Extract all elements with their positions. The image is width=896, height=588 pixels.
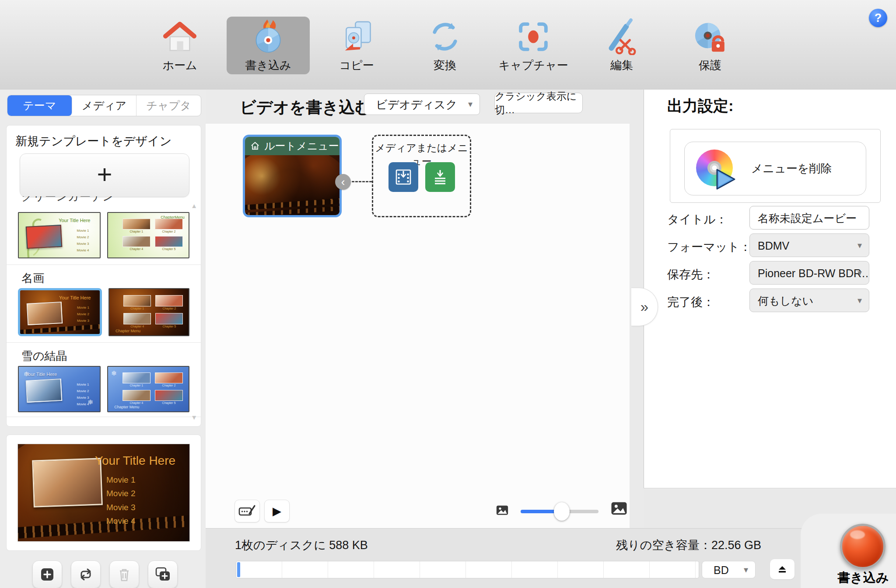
root-menu-label: ルートメニュー xyxy=(264,139,339,153)
chevron-down-icon: ▾ xyxy=(744,561,748,578)
add-template-button[interactable]: + xyxy=(20,153,189,197)
sidebar: テーマ メディア チャプタ 新規テンプレートをデザイン + グリーンガーデン ▲ xyxy=(0,90,206,588)
classic-view-button[interactable]: クラシック表示に切… xyxy=(494,93,583,113)
media-or-menu-drop-zone[interactable]: メディアまたはメニュー xyxy=(372,135,471,217)
toolbar-items: ホーム 書き込み xyxy=(138,17,752,74)
collapse-branch-button[interactable]: ‹ xyxy=(335,174,351,190)
template-thumb-meiga-chapter[interactable]: Chapter 1 Chapter 2 Chapter 4 Chapter 5 … xyxy=(108,288,190,336)
add-menu-level-button[interactable] xyxy=(425,162,455,192)
free-space-status: 残りの空き容量：22.56 GB xyxy=(616,537,761,553)
remote-edit-icon xyxy=(238,504,256,518)
chapter-grid: Chapter 1 Chapter 2 Chapter 4 Chapter 5 xyxy=(122,372,183,406)
toolbar-item-label: 保護 xyxy=(699,58,721,73)
tab-theme[interactable]: テーマ xyxy=(7,95,72,116)
toolbar-item-copy[interactable]: コピー xyxy=(315,17,398,74)
root-menu-card[interactable]: ルートメニュー xyxy=(243,135,342,217)
eject-button[interactable] xyxy=(770,559,794,579)
remote-control-button[interactable] xyxy=(234,500,260,522)
disc-type-dropdown[interactable]: ビデオディスク ▾ xyxy=(364,94,480,115)
burn-record-button[interactable] xyxy=(840,524,886,569)
disc-usage-status: 1枚のディスクに 588 KB xyxy=(235,537,368,553)
template-thumb-snow-title[interactable]: ❄ ❄ Your Title Here Movie 1Movie 2Movie … xyxy=(18,366,101,412)
toolbar-item-home[interactable]: ホーム xyxy=(138,17,221,74)
toolbar-item-capture[interactable]: キャプチャー xyxy=(492,17,575,74)
plus-icon: + xyxy=(97,159,112,189)
divider xyxy=(7,417,201,417)
thumb-title: Your Title Here xyxy=(53,218,95,223)
loop-icon xyxy=(78,567,94,582)
toolbar-item-edit[interactable]: 編集 xyxy=(580,17,663,74)
thumb-movie-list: Movie 1Movie 2Movie 3Movie 4 xyxy=(77,227,89,254)
scroll-up-icon[interactable]: ▲ xyxy=(191,202,197,209)
after-completion-select[interactable]: 何もしない ▾ xyxy=(749,289,869,312)
loop-playback-button[interactable] xyxy=(71,560,101,588)
toolbar-item-protect[interactable]: 保護 xyxy=(668,17,752,74)
thumb-menu-label: Chapter Menu xyxy=(116,329,140,333)
trash-icon xyxy=(116,567,132,582)
help-button[interactable]: ? xyxy=(869,9,887,27)
toolbar-item-label: 編集 xyxy=(610,58,633,73)
after-completion-value: 何もしない xyxy=(758,295,813,307)
duplicate-button[interactable] xyxy=(148,560,178,588)
thumb-photo xyxy=(25,224,62,248)
chevron-down-icon: ▾ xyxy=(858,289,862,312)
template-group-row: Your Title Here Movie 1Movie 2Movie 3Mov… xyxy=(18,212,189,258)
delete-template-button[interactable] xyxy=(109,560,139,588)
protect-icon xyxy=(692,18,728,55)
chevron-down-icon: ▾ xyxy=(858,234,862,257)
title-input[interactable]: 名称未設定ムービー xyxy=(749,206,869,230)
output-settings-heading: 出力設定: xyxy=(667,96,734,116)
slider-fill xyxy=(521,510,556,513)
copy-icon xyxy=(338,18,375,55)
root-menu-thumbnail xyxy=(245,155,340,215)
play-overlay-icon xyxy=(714,168,736,191)
page-title: ビデオを書き込む xyxy=(240,97,371,118)
thumb-title: Your Title Here xyxy=(25,372,67,377)
duplicate-icon xyxy=(155,567,171,582)
format-select[interactable]: BDMV ▾ xyxy=(749,233,869,257)
tab-media[interactable]: メディア xyxy=(72,95,137,116)
add-square-icon xyxy=(39,567,55,582)
destination-select[interactable]: Pioneer BD-RW BDR… ▾ xyxy=(749,261,869,285)
tab-chapter[interactable]: チャプタ xyxy=(136,95,201,116)
capture-icon xyxy=(515,18,552,55)
preview-play-button[interactable]: ▶ xyxy=(264,500,290,522)
template-thumb-meiga-title-selected[interactable]: Your Title Here Movie 1Movie 2Movie 3Mov… xyxy=(18,288,102,336)
disc-format-value: BD xyxy=(714,564,729,576)
convert-icon xyxy=(427,18,463,55)
disc-type-value: ビデオディスク xyxy=(376,98,457,111)
title-field-label: タイトル： xyxy=(667,212,728,227)
template-thumb-green-title[interactable]: Your Title Here Movie 1Movie 2Movie 3Mov… xyxy=(18,212,101,258)
toolbar-item-burn[interactable]: 書き込み xyxy=(227,17,310,74)
toolbar-item-convert[interactable]: 変換 xyxy=(403,17,486,74)
add-menu-button[interactable] xyxy=(32,560,62,588)
disc-format-dropdown[interactable]: BD ▾ xyxy=(702,561,756,578)
zoom-in-image-icon xyxy=(610,500,628,517)
drop-zone-icons xyxy=(373,162,470,192)
remove-menu-option[interactable]: メニューを削除 xyxy=(684,142,866,195)
template-thumb-green-chapter[interactable]: ChapterMenu Chapter 1 Chapter 2 Chapter … xyxy=(107,212,190,258)
group-label-meiga: 名画 xyxy=(21,271,44,286)
thumb-photo xyxy=(27,302,63,325)
add-media-button[interactable] xyxy=(388,162,418,192)
preview-movie-list: Movie 1Movie 2Movie 3Movie 4 xyxy=(106,473,136,528)
slider-thumb[interactable] xyxy=(554,502,570,521)
remove-menu-label: メニューを削除 xyxy=(751,161,832,176)
film-strip xyxy=(18,324,102,335)
root-menu-header: ルートメニュー xyxy=(245,137,340,155)
menu-option-card: メニューを削除 xyxy=(670,129,881,203)
snowflake-icon: ❄ xyxy=(111,369,117,377)
destination-field-label: 保存先： xyxy=(667,267,714,282)
disc-capacity-meter xyxy=(236,561,699,578)
play-icon: ▶ xyxy=(273,504,281,518)
sidebar-tabs: テーマ メディア チャプタ xyxy=(7,95,201,116)
chapter-grid: Chapter 1 Chapter 2 Chapter 4 Chapter 5 xyxy=(122,219,183,252)
template-thumb-snow-chapter[interactable]: ❄ Chapter 1 Chapter 2 Chapter 4 Chapter … xyxy=(107,366,190,412)
template-list-panel: 新規テンプレートをデザイン + グリーンガーデン ▲ Your Title He… xyxy=(6,125,201,427)
scroll-down-icon[interactable]: ▼ xyxy=(191,414,197,421)
chevron-double-right-icon: » xyxy=(640,299,648,315)
capacity-used-bar xyxy=(237,562,240,577)
top-toolbar: ホーム 書き込み xyxy=(0,0,896,90)
chevron-down-icon: ▾ xyxy=(468,94,472,115)
template-group-row: Your Title Here Movie 1Movie 2Movie 3Mov… xyxy=(18,288,189,336)
